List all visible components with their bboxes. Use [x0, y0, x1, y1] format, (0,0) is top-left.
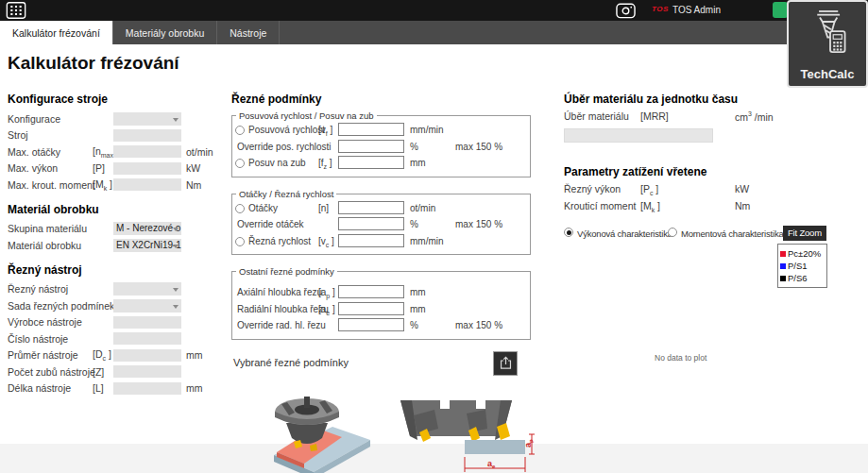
selected-conditions-row: Vybrané řezné podmínky — [231, 351, 536, 376]
form-row: Počet zubů nástroje [Z] — [8, 363, 227, 380]
tab-nastroje[interactable]: Nástroje — [217, 21, 280, 44]
otacky-input[interactable] — [338, 201, 404, 214]
posuvova-rychlost-radio[interactable] — [235, 126, 245, 135]
legend-item: Pc±20% — [780, 247, 825, 260]
form-row: Axiální hloubka řezu [ap ] mm — [234, 285, 525, 302]
export-conditions-button[interactable] — [493, 351, 518, 376]
radialni-hloubka-input[interactable] — [338, 302, 404, 315]
field-label: Override rad. hl. řezu — [237, 320, 326, 330]
field-label: Otáčky — [248, 203, 278, 213]
rezny-nastroj-select[interactable] — [113, 282, 181, 296]
field-label: Posuvová rychlost — [248, 125, 325, 135]
axialni-hloubka-input[interactable] — [338, 285, 404, 298]
legend-item: P/S6 — [780, 272, 825, 284]
posuv-na-zub-radio[interactable] — [235, 159, 245, 168]
techcalc-icon — [809, 8, 851, 57]
konfigurace-select[interactable] — [113, 112, 181, 126]
form-row: Materiál obrobku EN X2CrNi19-1 — [8, 237, 227, 254]
field-unit: mm — [410, 158, 426, 168]
group-legend: Posuvová rychlost / Posuv na zub — [236, 110, 377, 121]
form-row: Řezný výkon [Pc ] kW — [564, 183, 864, 200]
field-symbol: [n] — [318, 203, 329, 213]
form-row: Max. krout. moment [Mk ] Nm — [8, 177, 227, 194]
sada-podminek-select[interactable] — [113, 299, 181, 313]
field-label: Počet zubů nástroje — [8, 366, 93, 378]
field-symbol: [vf ] — [318, 125, 332, 137]
field-label: Stroj — [8, 129, 113, 141]
field-label: Override pos. rychlosti — [237, 142, 331, 152]
vykonova-charakteristika-radio[interactable] — [564, 228, 573, 237]
override-otacek-input[interactable] — [338, 217, 404, 230]
fit-zoom-button[interactable]: Fit Zoom — [783, 226, 826, 241]
momentova-charakteristika-radio[interactable] — [668, 228, 677, 237]
section-heading: Konfigurace stroje — [8, 93, 227, 106]
field-symbol: [fz ] — [318, 158, 332, 170]
prumer-nastroje-field — [113, 349, 181, 362]
section-heading: Řezné podmínky — [231, 93, 536, 106]
form-row: Konfigurace — [8, 110, 227, 127]
rezna-rychlost-input[interactable] — [338, 234, 404, 247]
tos-logo: TOS — [652, 5, 669, 13]
form-row: Max. výkon [P] kW — [8, 160, 227, 177]
field-symbol: [Mk ] — [640, 200, 660, 213]
results-panel: Úběr materiálu za jednotku času Úběr mat… — [564, 93, 864, 472]
rezna-rychlost-radio[interactable] — [235, 237, 245, 246]
field-label: Radiální hloubka řezu — [237, 304, 329, 314]
form-row: Otáčky [n] ot/min — [234, 201, 525, 218]
field-unit: ot/min — [186, 146, 213, 158]
group-legend: Otáčky / Řezná rychlost — [236, 189, 336, 199]
svg-text:ae: ae — [487, 459, 496, 469]
override-rad-hl-input[interactable] — [338, 318, 404, 331]
vyrobce-nastroje-field — [113, 316, 181, 329]
tab-kalkulator-frezovani[interactable]: Kalkulátor frézování — [0, 21, 113, 44]
legend-swatch — [780, 263, 786, 269]
field-symbol: [ap ] — [318, 287, 335, 299]
field-label: Úběr materiálu — [564, 110, 629, 122]
form-row: Max. otáčky [nmax ] ot/min — [8, 144, 227, 160]
field-symbol: [L] — [93, 382, 113, 394]
cislo-nastroje-field — [113, 332, 181, 345]
field-unit: mm — [186, 349, 203, 361]
app-menu-icon[interactable] — [6, 2, 26, 19]
posuvova-rychlost-input[interactable] — [338, 123, 404, 136]
milling-cutter-side-image: ae ap — [385, 387, 536, 473]
chart-area: Výkonová charakteristika Momentová chara… — [564, 227, 864, 472]
field-label: Číslo nástroje — [8, 333, 113, 345]
field-label: Řezný nástroj — [8, 283, 113, 295]
override-pos-rychlosti-input[interactable] — [338, 140, 404, 153]
camera-icon[interactable] — [616, 2, 636, 19]
form-row: Override rad. hl. řezu % max 150 % — [234, 318, 525, 335]
form-row: Řezná rychlost [vc ] mm/min — [234, 234, 525, 251]
section-heading: Parametry zatížení vřetene — [564, 165, 864, 178]
field-symbol: [Dc ] — [93, 348, 113, 362]
field-symbol: [ae ] — [318, 304, 335, 316]
form-row: Průměr nástroje [Dc ] mm — [8, 347, 227, 364]
skupina-materialu-select[interactable]: M - Nerezové o — [113, 222, 181, 235]
form-row: Výrobce nástroje — [8, 314, 227, 331]
field-label: Krouticí moment — [564, 200, 636, 211]
page-title: Kalkulátor frézování — [8, 53, 179, 74]
max-note: max 150 % — [455, 320, 502, 330]
field-label: Skupina materiálu — [8, 223, 113, 234]
tab-materialy-obrobku[interactable]: Materiály obrobku — [113, 21, 217, 44]
field-unit: % — [410, 142, 418, 152]
field-label: Max. krout. moment — [8, 179, 93, 191]
speed-group: Otáčky / Řezná rychlost Otáčky [n] ot/mi… — [231, 189, 531, 256]
field-unit: kW — [735, 183, 749, 194]
max-note: max 150 % — [455, 219, 502, 229]
chevron-down-icon — [173, 245, 179, 248]
posuv-na-zub-input[interactable] — [338, 156, 404, 169]
field-unit: Nm — [735, 200, 750, 211]
material-obrobku-select[interactable]: EN X2CrNi19-1 — [113, 239, 181, 252]
otacky-radio[interactable] — [235, 204, 245, 213]
group-legend: Ostatní řezné podmínky — [236, 266, 337, 277]
legend-swatch — [780, 276, 786, 281]
form-row: Skupina materiálu M - Nerezové o — [8, 221, 227, 238]
tab-bar: Kalkulátor frézování Materiály obrobku N… — [0, 21, 868, 44]
field-symbol: [nmax ] — [93, 145, 113, 159]
techcalc-launcher[interactable]: TechCalc — [787, 0, 868, 88]
field-label: Max. výkon — [8, 162, 93, 174]
field-unit: mm/min — [410, 236, 444, 246]
export-icon — [498, 355, 514, 371]
max-note: max 150 % — [455, 142, 502, 152]
